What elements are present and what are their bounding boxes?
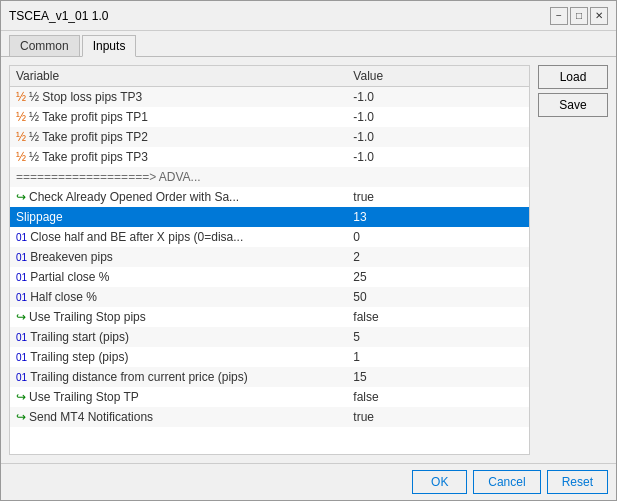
maximize-button[interactable]: □ (570, 7, 588, 25)
table-row[interactable]: ↪Send MT4 Notificationstrue (10, 407, 529, 427)
cell-value: 2 (347, 247, 529, 267)
table-row[interactable]: 01Partial close %25 (10, 267, 529, 287)
save-button[interactable]: Save (538, 93, 608, 117)
table-row[interactable]: ½½ Take profit pips TP3-1.0 (10, 147, 529, 167)
table-row[interactable]: ½½ Take profit pips TP2-1.0 (10, 127, 529, 147)
row-icon: ½ (16, 90, 26, 104)
cell-value (347, 167, 529, 187)
cell-variable: ↪Use Trailing Stop TP (10, 387, 347, 407)
main-content: Variable Value ½½ Stop loss pips TP3-1.0… (1, 57, 616, 463)
minimize-button[interactable]: − (550, 7, 568, 25)
reset-button[interactable]: Reset (547, 470, 608, 494)
row-icon: 01 (16, 372, 27, 383)
row-icon: 01 (16, 332, 27, 343)
tab-common[interactable]: Common (9, 35, 80, 56)
row-icon: 01 (16, 272, 27, 283)
table-row[interactable]: ↪Check Already Opened Order with Sa...tr… (10, 187, 529, 207)
cancel-button[interactable]: Cancel (473, 470, 540, 494)
main-window: TSCEA_v1_01 1.0 − □ ✕ Common Inputs Vari… (0, 0, 617, 501)
cell-value: -1.0 (347, 87, 529, 107)
row-icon: ↪ (16, 390, 26, 404)
cell-variable: 01Breakeven pips (10, 247, 347, 267)
cell-value: false (347, 307, 529, 327)
variable-table-container[interactable]: Variable Value ½½ Stop loss pips TP3-1.0… (9, 65, 530, 455)
cell-value: true (347, 407, 529, 427)
row-icon: ↪ (16, 190, 26, 204)
close-button[interactable]: ✕ (590, 7, 608, 25)
load-button[interactable]: Load (538, 65, 608, 89)
cell-variable: 01Trailing distance from current price (… (10, 367, 347, 387)
cell-variable: 01Trailing start (pips) (10, 327, 347, 347)
row-icon: ↪ (16, 410, 26, 424)
cell-variable: ½½ Stop loss pips TP3 (10, 87, 347, 107)
cell-value: -1.0 (347, 107, 529, 127)
cell-value: 13 (347, 207, 529, 227)
row-icon: ½ (16, 130, 26, 144)
table-body: ½½ Stop loss pips TP3-1.0½½ Take profit … (10, 87, 529, 427)
cell-variable: ↪Send MT4 Notifications (10, 407, 347, 427)
cell-value: -1.0 (347, 147, 529, 167)
cell-variable: 01Half close % (10, 287, 347, 307)
cell-variable: 01Partial close % (10, 267, 347, 287)
bottom-bar: OK Cancel Reset (1, 463, 616, 500)
table-row[interactable]: ½½ Stop loss pips TP3-1.0 (10, 87, 529, 107)
column-header-variable: Variable (10, 66, 347, 87)
row-icon: 01 (16, 252, 27, 263)
table-row[interactable]: 01Close half and BE after X pips (0=disa… (10, 227, 529, 247)
window-controls: − □ ✕ (550, 7, 608, 25)
table-row[interactable]: Slippage13 (10, 207, 529, 227)
cell-variable: ½½ Take profit pips TP1 (10, 107, 347, 127)
table-row[interactable]: 01Trailing step (pips)1 (10, 347, 529, 367)
variable-table: Variable Value ½½ Stop loss pips TP3-1.0… (10, 66, 529, 427)
cell-variable: 01Close half and BE after X pips (0=disa… (10, 227, 347, 247)
cell-value: 1 (347, 347, 529, 367)
table-row[interactable]: 01Trailing start (pips)5 (10, 327, 529, 347)
cell-value: 0 (347, 227, 529, 247)
cell-variable: ↪Use Trailing Stop pips (10, 307, 347, 327)
cell-value: 5 (347, 327, 529, 347)
cell-value: false (347, 387, 529, 407)
row-icon: ½ (16, 110, 26, 124)
table-row[interactable]: 01Trailing distance from current price (… (10, 367, 529, 387)
table-row[interactable]: 01Breakeven pips2 (10, 247, 529, 267)
column-header-value: Value (347, 66, 529, 87)
table-row[interactable]: ↪Use Trailing Stop pipsfalse (10, 307, 529, 327)
cell-value: 15 (347, 367, 529, 387)
row-icon: ½ (16, 150, 26, 164)
cell-variable: 01Trailing step (pips) (10, 347, 347, 367)
cell-value: 50 (347, 287, 529, 307)
tab-bar: Common Inputs (1, 31, 616, 57)
title-bar: TSCEA_v1_01 1.0 − □ ✕ (1, 1, 616, 31)
ok-button[interactable]: OK (412, 470, 467, 494)
row-icon: 01 (16, 352, 27, 363)
cell-variable: ½½ Take profit pips TP2 (10, 127, 347, 147)
table-row[interactable]: 01Half close %50 (10, 287, 529, 307)
cell-value: -1.0 (347, 127, 529, 147)
side-buttons-panel: Load Save (538, 65, 608, 455)
cell-value: true (347, 187, 529, 207)
row-icon: ↪ (16, 310, 26, 324)
cell-variable: ↪Check Already Opened Order with Sa... (10, 187, 347, 207)
table-header-row: Variable Value (10, 66, 529, 87)
cell-variable: ===================> ADVA... (10, 167, 347, 187)
cell-variable: ½½ Take profit pips TP3 (10, 147, 347, 167)
table-row[interactable]: ½½ Take profit pips TP1-1.0 (10, 107, 529, 127)
tab-inputs[interactable]: Inputs (82, 35, 137, 57)
window-title: TSCEA_v1_01 1.0 (9, 9, 108, 23)
table-row[interactable]: ===================> ADVA... (10, 167, 529, 187)
row-icon: 01 (16, 232, 27, 243)
cell-variable: Slippage (10, 207, 347, 227)
row-icon: 01 (16, 292, 27, 303)
table-row[interactable]: ↪Use Trailing Stop TPfalse (10, 387, 529, 407)
cell-value: 25 (347, 267, 529, 287)
